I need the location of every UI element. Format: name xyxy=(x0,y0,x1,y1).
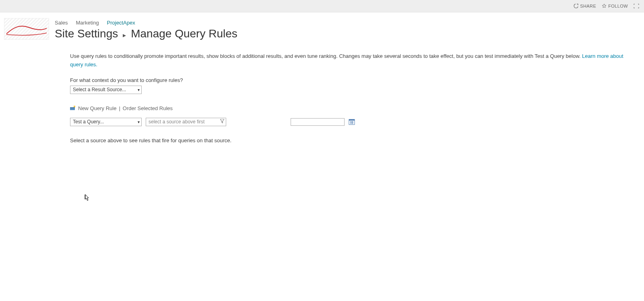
chevron-down-icon: ▾ xyxy=(138,86,140,94)
rule-toolbar: New Query Rule | Order Selected Rules xyxy=(70,105,634,111)
context-label: For what context do you want to configur… xyxy=(70,77,634,83)
test-query-label: Test a Query... xyxy=(73,119,104,125)
svg-rect-2 xyxy=(74,106,75,107)
star-icon xyxy=(602,4,607,8)
share-icon xyxy=(574,4,578,8)
nav-item-sales[interactable]: Sales xyxy=(55,20,68,26)
share-label: SHARE xyxy=(580,4,596,8)
date-input[interactable] xyxy=(291,118,345,126)
page-title: Site Settings ▸ Manage Query Rules xyxy=(55,27,644,40)
filter-icon xyxy=(220,118,224,126)
page-title-current: Manage Query Rules xyxy=(131,27,237,40)
result-source-placeholder: Select a Result Source... xyxy=(73,87,126,92)
new-rule-icon xyxy=(70,106,76,111)
follow-label: FOLLOW xyxy=(608,4,628,8)
calendar-icon[interactable] xyxy=(349,119,355,125)
intro-text: Use query rules to conditionally promote… xyxy=(70,52,634,69)
svg-rect-1 xyxy=(70,107,75,108)
nav-item-projectapex[interactable]: ProjectApex xyxy=(107,20,135,26)
chevron-right-icon: ▸ xyxy=(123,31,126,39)
share-button[interactable]: SHARE xyxy=(574,4,596,8)
source-filter-placeholder: select a source above first xyxy=(149,119,204,125)
test-query-select[interactable]: Test a Query... ▾ xyxy=(70,118,142,126)
follow-button[interactable]: FOLLOW xyxy=(602,4,628,8)
page-header: Sales Marketing ProjectApex Site Setting… xyxy=(0,12,644,40)
chevron-down-icon: ▾ xyxy=(138,118,140,126)
toolbar-separator: | xyxy=(119,105,120,111)
top-nav: Sales Marketing ProjectApex xyxy=(55,20,644,26)
ribbon-bar: SHARE FOLLOW xyxy=(0,0,644,12)
site-logo[interactable] xyxy=(4,18,49,40)
test-query-row: Test a Query... ▾ select a source above … xyxy=(70,118,634,126)
result-source-select[interactable]: Select a Result Source... ▾ xyxy=(70,86,142,94)
new-query-rule-link[interactable]: New Query Rule xyxy=(78,105,116,111)
main-content: Use query rules to conditionally promote… xyxy=(0,40,634,143)
source-filter-select[interactable]: select a source above first xyxy=(146,118,226,126)
nav-item-marketing[interactable]: Marketing xyxy=(76,20,99,26)
svg-rect-4 xyxy=(349,119,355,121)
breadcrumb-site-settings[interactable]: Site Settings xyxy=(55,27,118,40)
focus-icon xyxy=(634,4,639,8)
intro-body: Use query rules to conditionally promote… xyxy=(70,53,582,59)
order-selected-rules-link[interactable]: Order Selected Rules xyxy=(123,105,173,111)
focus-button[interactable] xyxy=(634,4,639,8)
source-hint: Select a source above to see rules that … xyxy=(70,137,634,143)
